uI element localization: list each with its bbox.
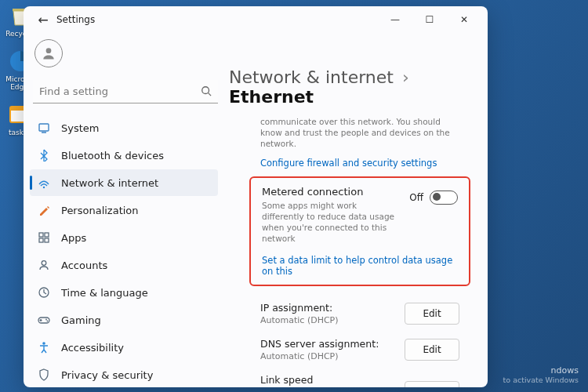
data-limit-link[interactable]: Set a data limit to help control data us… xyxy=(262,255,458,277)
gaming-icon xyxy=(38,314,50,326)
sidebar-item-label: Gaming xyxy=(61,314,101,326)
svg-rect-6 xyxy=(39,124,49,131)
copy-button[interactable]: Copy xyxy=(405,381,459,387)
property-title: Link speed (Receive/Transmit): xyxy=(260,374,405,387)
property-row: DNS server assignment:Automatic (DHCP)Ed… xyxy=(249,332,470,368)
sidebar-item-privacy[interactable]: Privacy & security xyxy=(30,361,218,387)
svg-rect-11 xyxy=(39,238,43,242)
window-title: Settings xyxy=(56,14,95,25)
property-row: Link speed (Receive/Transmit):1000/1000 … xyxy=(249,368,470,387)
breadcrumb: Network & internet › Ethernet xyxy=(227,67,470,107)
settings-window: ← Settings — ☐ ✕ SystemBluetooth & devic… xyxy=(24,6,488,387)
search-icon xyxy=(201,85,212,96)
activation-watermark: ndows to activate Windows xyxy=(503,365,579,384)
property-title: DNS server assignment: xyxy=(260,338,379,350)
sidebar-item-personalization[interactable]: Personalization xyxy=(30,197,218,223)
property-row: IP assignment:Automatic (DHCP)Edit xyxy=(249,296,470,332)
sidebar-item-network[interactable]: Network & internet xyxy=(30,169,218,196)
firewall-link[interactable]: Configure firewall and security settings xyxy=(249,154,470,176)
minimize-button[interactable]: — xyxy=(378,8,412,31)
metered-toggle-state: Off xyxy=(409,192,423,203)
svg-rect-9 xyxy=(39,233,43,237)
svg-point-16 xyxy=(45,319,47,321)
sidebar-item-accessibility[interactable]: Accessibility xyxy=(30,334,218,361)
accessibility-icon xyxy=(38,341,50,354)
svg-rect-10 xyxy=(45,233,49,237)
main-panel: Network & internet › Ethernet communicat… xyxy=(227,33,488,387)
sidebar-item-label: Apps xyxy=(61,232,86,244)
properties-list: IP assignment:Automatic (DHCP)EditDNS se… xyxy=(249,296,470,387)
bluetooth-icon xyxy=(38,149,50,162)
sidebar-item-label: Accessibility xyxy=(61,342,124,354)
sidebar: SystemBluetooth & devicesNetwork & inter… xyxy=(24,33,227,387)
breadcrumb-parent[interactable]: Network & internet xyxy=(229,67,394,87)
sidebar-item-apps[interactable]: Apps xyxy=(30,224,218,251)
svg-rect-12 xyxy=(45,238,49,242)
time-icon xyxy=(38,286,50,299)
svg-point-3 xyxy=(46,48,52,53)
sidebar-item-label: Accounts xyxy=(61,260,107,271)
breadcrumb-current: Ethernet xyxy=(229,87,314,107)
sidebar-item-bluetooth[interactable]: Bluetooth & devices xyxy=(30,142,218,169)
network-icon xyxy=(38,176,50,189)
titlebar: ← Settings — ☐ ✕ xyxy=(24,6,488,33)
avatar[interactable] xyxy=(34,39,63,67)
property-value: Automatic (DHCP) xyxy=(260,351,379,361)
sidebar-item-label: Network & internet xyxy=(61,177,158,189)
back-button[interactable]: ← xyxy=(30,6,56,33)
svg-point-4 xyxy=(202,87,209,94)
sidebar-item-accounts[interactable]: Accounts xyxy=(30,252,218,278)
sidebar-item-label: Bluetooth & devices xyxy=(61,150,164,162)
search-input[interactable] xyxy=(33,80,218,103)
svg-line-5 xyxy=(209,93,212,96)
user-icon xyxy=(41,45,56,61)
metered-desc: Some apps might work differently to redu… xyxy=(262,200,400,245)
search-box xyxy=(33,80,218,103)
sidebar-item-label: Privacy & security xyxy=(61,369,153,381)
accounts-icon xyxy=(38,259,50,271)
property-value: Automatic (DHCP) xyxy=(260,315,339,325)
svg-point-18 xyxy=(42,342,45,345)
system-icon xyxy=(38,122,50,134)
metered-title: Metered connection xyxy=(262,186,400,198)
svg-point-13 xyxy=(42,261,46,266)
close-button[interactable]: ✕ xyxy=(447,8,481,31)
sidebar-item-time[interactable]: Time & language xyxy=(30,279,218,306)
metered-toggle[interactable] xyxy=(430,191,458,205)
edit-button[interactable]: Edit xyxy=(405,303,459,325)
nav-list: SystemBluetooth & devicesNetwork & inter… xyxy=(30,114,218,387)
chevron-right-icon: › xyxy=(402,67,409,87)
sidebar-item-label: System xyxy=(61,122,99,134)
property-title: IP assignment: xyxy=(260,302,339,314)
network-profile-desc: communicate over this network. You shoul… xyxy=(249,116,470,154)
privacy-icon xyxy=(38,368,50,381)
svg-point-8 xyxy=(43,187,45,188)
maximize-button[interactable]: ☐ xyxy=(412,8,447,31)
sidebar-item-gaming[interactable]: Gaming xyxy=(30,307,218,333)
sidebar-item-label: Time & language xyxy=(61,287,148,299)
edit-button[interactable]: Edit xyxy=(405,339,459,361)
apps-icon xyxy=(38,231,50,244)
sidebar-item-label: Personalization xyxy=(61,205,139,216)
metered-connection-card: Metered connection Some apps might work … xyxy=(249,176,470,287)
personalization-icon xyxy=(38,204,50,216)
svg-point-17 xyxy=(47,321,49,322)
sidebar-item-system[interactable]: System xyxy=(30,114,218,141)
